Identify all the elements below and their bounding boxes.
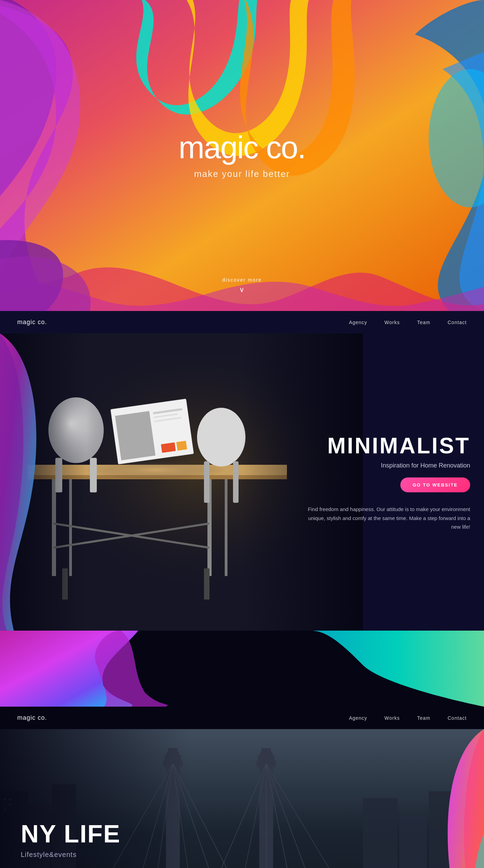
svg-rect-16 [115,411,156,460]
nav1-team[interactable]: Team [417,320,430,325]
svg-rect-27 [204,461,210,503]
nav1-links: Agency Works Team Contact [349,320,467,325]
minimalist-content: MINIMALIST Inspiration for Home Renovati… [304,433,470,531]
wave-divider-1 [0,631,484,707]
nylife-right-blob [311,729,484,868]
minimalist-cta-button[interactable]: GO TO WEBSITE [400,478,471,492]
nav2-logo[interactable]: magic co. [17,714,47,721]
hero-section: magic co. make your life better discover… [0,0,484,311]
nav1-logo[interactable]: magic co. [17,319,47,326]
nylife-content: NY LIFE Lifestyle&events GO TO WEBSITE D… [21,820,180,868]
minimalist-subheading: Inspiration for Home Renovation [304,462,470,469]
nav2-team[interactable]: Team [417,715,430,721]
svg-rect-10 [225,479,227,576]
nav2-links: Agency Works Team Contact [349,715,467,721]
hero-content: magic co. make your life better [178,132,305,179]
hero-title: magic co. [178,132,305,163]
navbar-2: magic co. Agency Works Team Contact [0,707,484,729]
nav1-works[interactable]: Works [384,320,400,325]
nav1-agency[interactable]: Agency [349,320,367,325]
nav2-contact[interactable]: Contact [448,715,467,721]
svg-rect-21 [176,441,187,451]
chevron-down-icon: ∨ [222,285,262,294]
nav2-agency[interactable]: Agency [349,715,367,721]
nav2-works[interactable]: Works [384,715,400,721]
nylife-subheading: Lifestyle&events [21,851,180,859]
svg-rect-30 [204,568,210,600]
minimalist-section: MINIMALIST Inspiration for Home Renovati… [0,333,484,631]
discover-label: discover more [222,277,262,283]
nav1-contact[interactable]: Contact [448,320,467,325]
minimalist-heading: MINIMALIST [304,433,470,459]
section1-blob-overlay [0,333,121,631]
nylife-heading: NY LIFE [21,820,180,848]
discover-more-button[interactable]: discover more ∨ [222,277,262,294]
wave-divider-svg [0,631,484,707]
minimalist-description: Find freedom and happiness. Our attitude… [304,505,470,531]
svg-point-26 [197,408,245,466]
svg-rect-28 [233,461,239,503]
hero-subtitle: make your life better [178,169,305,179]
nylife-section: NY LIFE Lifestyle&events GO TO WEBSITE D… [0,729,484,868]
navbar-1: magic co. Agency Works Team Contact [0,311,484,333]
